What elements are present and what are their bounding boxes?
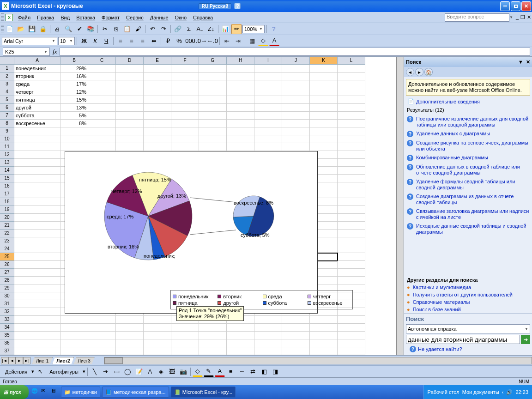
- cell[interactable]: [310, 120, 338, 127]
- cell[interactable]: [338, 159, 365, 167]
- taskpane-close-icon[interactable]: ✕: [526, 59, 530, 65]
- drawing-actions-menu[interactable]: Действия: [2, 368, 30, 375]
- cell[interactable]: [310, 339, 338, 347]
- paste-button[interactable]: 📋: [122, 24, 132, 34]
- cell[interactable]: [310, 127, 338, 135]
- rectangle-button[interactable]: ▭: [112, 367, 122, 377]
- cell[interactable]: 29%: [60, 65, 88, 73]
- cell[interactable]: [88, 324, 116, 332]
- cell[interactable]: [338, 332, 365, 339]
- legend-item[interactable]: пятница: [172, 300, 217, 306]
- cell[interactable]: [14, 339, 60, 347]
- menu-insert[interactable]: Вставка: [73, 14, 98, 21]
- cell[interactable]: [338, 88, 365, 96]
- undo-button[interactable]: ↶: [147, 24, 157, 34]
- cell[interactable]: [199, 135, 227, 143]
- cell[interactable]: 5%: [60, 112, 88, 120]
- tab-next-button[interactable]: ►: [16, 357, 23, 364]
- cell[interactable]: [144, 96, 171, 104]
- cell[interactable]: 16%: [60, 73, 88, 80]
- redo-button[interactable]: ↷: [158, 24, 169, 34]
- cell[interactable]: [144, 316, 171, 324]
- cell[interactable]: [338, 104, 365, 112]
- ask-question-box[interactable]: Введите вопрос: [445, 13, 509, 22]
- underline-button[interactable]: Ч: [101, 36, 111, 46]
- legend-item[interactable]: воскресенье: [307, 300, 351, 306]
- cell[interactable]: [227, 332, 254, 339]
- cell[interactable]: [254, 96, 282, 104]
- row-header[interactable]: 15: [0, 175, 14, 182]
- taskbar-item[interactable]: 📁 методички: [61, 387, 100, 398]
- worksheet-area[interactable]: ABCDEFGHIJKL 1понедельник29%2вторник16%3…: [0, 57, 396, 355]
- cell[interactable]: [338, 112, 365, 120]
- cell[interactable]: [171, 96, 199, 104]
- cell[interactable]: [88, 143, 116, 151]
- cell[interactable]: [338, 198, 365, 206]
- other-section-link[interactable]: Поиск в базе знаний: [404, 306, 532, 313]
- bold-button[interactable]: Ж: [79, 36, 89, 46]
- cell[interactable]: [338, 261, 365, 269]
- font-color-button[interactable]: A: [269, 36, 279, 46]
- row-header[interactable]: 23: [0, 237, 14, 245]
- row-header[interactable]: 18: [0, 198, 14, 206]
- cell[interactable]: пятница: [14, 96, 60, 104]
- cell[interactable]: [144, 143, 171, 151]
- minimize-button[interactable]: [500, 1, 510, 11]
- nav-home-button[interactable]: 🏠: [424, 68, 433, 76]
- cell[interactable]: другой: [14, 104, 60, 112]
- cell[interactable]: [60, 316, 88, 324]
- cell[interactable]: [14, 253, 60, 261]
- cell[interactable]: [199, 339, 227, 347]
- cell[interactable]: [14, 300, 60, 308]
- cell[interactable]: [254, 339, 282, 347]
- cell[interactable]: [310, 65, 338, 73]
- font-combo[interactable]: Arial Cyr▼: [2, 37, 57, 45]
- cell[interactable]: [338, 339, 365, 347]
- system-tray[interactable]: Рабочий стол Мои документы ‹ 🔊 22:23: [423, 385, 532, 399]
- cell[interactable]: [310, 347, 338, 355]
- cell[interactable]: [338, 175, 365, 182]
- cell[interactable]: [14, 198, 60, 206]
- cell[interactable]: [116, 135, 144, 143]
- menu-format[interactable]: Формат: [98, 14, 123, 21]
- cell[interactable]: [171, 332, 199, 339]
- legend-item[interactable]: вторник: [217, 293, 261, 300]
- cell[interactable]: [227, 88, 254, 96]
- cell[interactable]: 17%: [60, 80, 88, 88]
- cell[interactable]: [254, 316, 282, 324]
- cell[interactable]: [171, 339, 199, 347]
- col-header-H[interactable]: H: [227, 57, 254, 65]
- cell[interactable]: [338, 277, 365, 284]
- cell[interactable]: [199, 332, 227, 339]
- 3d-button[interactable]: ◨: [270, 367, 280, 377]
- cell[interactable]: [282, 96, 310, 104]
- save-button[interactable]: 💾: [27, 24, 37, 34]
- cell[interactable]: [14, 261, 60, 269]
- col-header-I[interactable]: I: [254, 57, 282, 65]
- cell[interactable]: [14, 269, 60, 277]
- cell[interactable]: [338, 120, 365, 127]
- print-preview-button[interactable]: 🔍: [63, 24, 73, 34]
- tray-expand-icon[interactable]: ‹: [502, 389, 504, 395]
- cell[interactable]: [227, 120, 254, 127]
- row-header[interactable]: 28: [0, 277, 14, 284]
- cell[interactable]: [338, 222, 365, 230]
- permission-button[interactable]: 🔒: [38, 24, 48, 34]
- cell[interactable]: [338, 151, 365, 159]
- cell[interactable]: [227, 347, 254, 355]
- menu-edit[interactable]: Правка: [34, 14, 57, 21]
- quicklaunch-button[interactable]: 🌐: [31, 388, 40, 396]
- search-result[interactable]: ?Удаление формулы сводной таблицы или св…: [406, 177, 530, 192]
- cell[interactable]: [144, 127, 171, 135]
- cell[interactable]: [14, 214, 60, 222]
- doc-restore-button[interactable]: ❐: [520, 14, 525, 20]
- search-go-button[interactable]: ➔: [521, 335, 530, 344]
- cell[interactable]: [338, 347, 365, 355]
- row-header[interactable]: 4: [0, 88, 14, 96]
- row-header[interactable]: 11: [0, 143, 14, 151]
- col-header-D[interactable]: D: [116, 57, 144, 65]
- cell[interactable]: [227, 65, 254, 73]
- cell[interactable]: [88, 65, 116, 73]
- col-header-L[interactable]: L: [338, 57, 365, 65]
- toolbar-grip[interactable]: [1, 25, 4, 33]
